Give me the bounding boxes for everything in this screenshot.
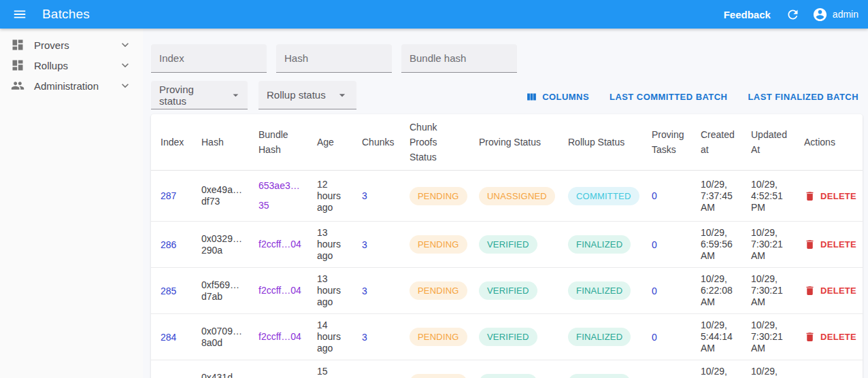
delete-button[interactable]: DELETE [804,239,856,250]
table-header-row: IndexHashBundle HashAgeChunksChunk Proof… [151,114,863,171]
hamburger-menu-button[interactable] [10,4,30,24]
updated-at-text: 10/29, 7:30:21 AM [751,227,789,262]
column-header-bundle-hash: Bundle Hash [249,114,307,171]
age-text: 13 hours ago [317,273,347,308]
hash-text: 0x0709…8a0d [201,326,244,349]
columns-button[interactable]: COLUMNS [522,88,593,105]
last-committed-batch-button[interactable]: LAST COMMITTED BATCH [605,89,731,105]
hash-filter-input[interactable] [276,44,392,73]
rollup-status-chip: COMMITTED [568,187,639,205]
column-header-index: Index [151,114,192,171]
batches-table-body: 287 0xe49a…df73 653ae3…35 12 hours ago 3… [151,171,863,378]
sidebar-item-label: Rollups [34,60,118,71]
chevron-down-icon [118,58,132,72]
index-filter-input[interactable] [151,44,267,73]
batches-table: IndexHashBundle HashAgeChunksChunk Proof… [151,114,863,378]
column-header-chunks: Chunks [352,114,400,171]
feedback-button[interactable]: Feedback [724,9,771,20]
delete-button[interactable]: DELETE [804,331,856,343]
account-circle-icon [812,7,828,22]
sidebar-item-label: Administration [34,80,118,92]
chunk-proofs-status-chip: PENDING [410,235,467,254]
rollup-status-select[interactable]: Rollup status [258,81,356,109]
batch-index-link[interactable]: 284 [161,332,176,343]
proving-status-chip: VERIFIED [479,374,537,378]
proving-tasks-link[interactable]: 0 [652,239,657,250]
proving-status-select[interactable]: Proving status [151,81,248,109]
sidebar-item-label: Provers [34,39,118,51]
dashboard-icon [11,58,24,72]
proving-status-chip: VERIFIED [479,281,537,300]
rollup-status-select-label: Rollup status [267,89,326,101]
column-header-actions: Actions [795,114,863,171]
column-header-age: Age [307,114,352,171]
rollup-status-chip: FINALIZED [568,235,631,254]
people-icon [11,79,24,92]
rollup-status-chip: FINALIZED [568,281,631,300]
table-row: 285 0xf569…d7ab f2ccff…04 13 hours ago 3… [151,268,863,314]
filters-toolbar-row: Proving status Rollup status COLUMNS LAS… [151,81,863,109]
table-header: IndexHashBundle HashAgeChunksChunk Proof… [151,114,863,171]
batch-index-link[interactable]: 285 [161,286,176,296]
column-header-hash: Hash [192,114,249,171]
chunks-link[interactable]: 3 [362,239,367,250]
updated-at-text: 10/29, 7:30:21 AM [751,273,789,308]
refresh-icon [786,7,800,22]
dropdown-arrow-icon [335,88,349,102]
delete-button-label: DELETE [820,286,856,296]
age-text: 12 hours ago [317,179,347,213]
created-at-text: 10/29, 5:06:22 AM [701,366,736,378]
sidebar-item-provers[interactable]: Provers [0,35,143,55]
last-finalized-batch-button[interactable]: LAST FINALIZED BATCH [744,89,863,105]
chunk-proofs-status-chip: PENDING [410,328,467,346]
delete-button-label: DELETE [820,191,856,201]
bundle-hash-link[interactable]: f2ccff…04 [258,235,301,254]
created-at-text: 10/29, 5:44:14 AM [701,320,736,354]
column-header-proving-tasks: Proving Tasks [642,114,691,171]
app-bar: Batches Feedback admin [0,0,868,29]
trash-icon [804,239,816,250]
batch-index-link[interactable]: 287 [161,190,176,201]
delete-button[interactable]: DELETE [804,190,856,202]
sidebar: Provers Rollups Administration [0,29,143,378]
bundle-hash-filter-input[interactable] [401,44,517,73]
chunk-proofs-status-chip: PENDING [410,374,467,378]
chunks-link[interactable]: 3 [362,286,367,296]
bundle-hash-link[interactable]: f2ccff…04 [258,281,301,300]
proving-tasks-link[interactable]: 0 [652,332,657,343]
delete-button-label: DELETE [820,332,856,342]
age-text: 14 hours ago [317,320,347,354]
columns-icon [526,91,537,103]
filters-row [151,44,863,73]
sidebar-item-rollups[interactable]: Rollups [0,55,143,75]
batch-index-link[interactable]: 286 [161,239,176,250]
user-menu[interactable]: admin [812,7,858,22]
table-row: 283 0x431d…4fe8 f2ccff…04 15 hours ago 3… [151,360,863,378]
table-toolbar: COLUMNS LAST COMMITTED BATCH LAST FINALI… [522,88,863,109]
proving-status-chip: VERIFIED [479,328,537,346]
proving-status-chip: VERIFIED [479,235,537,254]
delete-button[interactable]: DELETE [804,285,856,296]
trash-icon [804,285,816,296]
dropdown-arrow-icon [229,88,242,102]
page-title: Batches [42,7,90,22]
chunks-link[interactable]: 3 [362,332,367,343]
updated-at-text: 10/29, 4:52:51 PM [751,179,789,213]
bundle-hash-link[interactable]: f2ccff…04 [258,373,301,378]
proving-tasks-link[interactable]: 0 [652,286,657,296]
column-header-rollup-status: Rollup Status [558,114,642,171]
trash-icon [804,331,816,343]
age-text: 13 hours ago [317,227,347,262]
sidebar-item-administration[interactable]: Administration [0,75,143,96]
batches-table-card: IndexHashBundle HashAgeChunksChunk Proof… [151,114,863,378]
refresh-button[interactable] [783,5,803,24]
created-at-text: 10/29, 7:37:45 AM [701,179,736,213]
chunks-link[interactable]: 3 [362,190,367,201]
hash-text: 0x0329…290a [201,233,244,256]
bundle-hash-link[interactable]: f2ccff…04 [258,327,301,347]
column-header-chunk-proofs-status: Chunk Proofs Status [400,114,469,171]
age-text: 15 hours ago [317,366,347,378]
proving-tasks-link[interactable]: 0 [652,190,657,201]
status-selects: Proving status Rollup status [151,81,356,109]
bundle-hash-link[interactable]: 653ae3…35 [258,176,302,216]
